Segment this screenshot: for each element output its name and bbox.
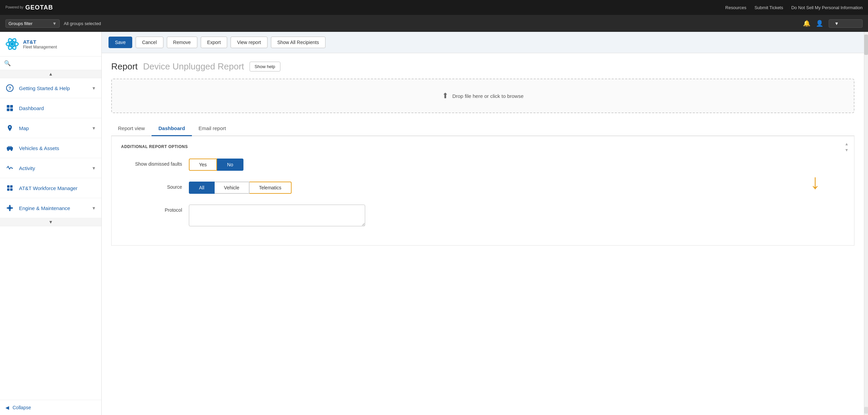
groups-filter-label: Groups filter <box>8 21 33 26</box>
remove-button[interactable]: Remove <box>167 37 197 48</box>
svg-rect-18 <box>10 188 13 191</box>
svg-point-13 <box>7 149 9 151</box>
no-button[interactable]: No <box>217 159 243 171</box>
drop-zone-text: Drop file here or click to browse <box>452 93 524 99</box>
sidebar-search-row[interactable]: 🔍 <box>0 57 101 70</box>
user-icon[interactable]: 👤 <box>816 20 823 27</box>
sidebar-collapse-button[interactable]: ◀ Collapse <box>0 400 101 415</box>
svg-rect-17 <box>7 188 9 191</box>
svg-rect-8 <box>10 105 13 108</box>
cancel-button[interactable]: Cancel <box>136 37 163 48</box>
yes-button[interactable]: Yes <box>189 159 217 171</box>
svg-rect-21 <box>12 207 13 209</box>
scrollbar-bottom <box>864 407 868 414</box>
sidebar-item-engine[interactable]: Engine & Maintenance ▼ <box>0 198 101 218</box>
vehicle-button[interactable]: Vehicle <box>215 182 250 194</box>
groups-filter-dropdown[interactable]: Groups filter ▼ <box>5 19 60 28</box>
groups-bar-right: 🔔 👤 ▼ <box>803 19 863 28</box>
sidebar-header: AT&T Fleet Management <box>0 32 101 57</box>
sidebar-item-map[interactable]: Map ▼ <box>0 118 101 138</box>
sidebar-item-workforce[interactable]: AT&T Workforce Manager <box>0 178 101 198</box>
source-row: Source All Vehicle Telematics <box>121 182 845 194</box>
show-dismissed-faults-row: Show dismissed faults Yes No <box>121 159 845 171</box>
sidebar-brand-name: AT&T <box>23 39 57 45</box>
user-dropdown[interactable]: ▼ <box>829 19 863 28</box>
sidebar-item-engine-label: Engine & Maintenance <box>19 205 70 211</box>
workforce-icon <box>5 184 14 192</box>
show-all-recipients-button[interactable]: Show All Recipients <box>271 37 326 48</box>
notifications-icon[interactable]: 🔔 <box>803 20 810 27</box>
search-icon: 🔍 <box>4 60 11 66</box>
svg-rect-22 <box>9 205 11 206</box>
sidebar-brand-sub: Fleet Management <box>23 45 57 49</box>
scrollbar-thumb[interactable] <box>864 35 868 55</box>
protocol-textarea[interactable] <box>189 205 365 226</box>
scroll-down-indicator-icon[interactable]: ▼ <box>845 148 849 152</box>
tab-dashboard[interactable]: Dashboard <box>152 121 192 136</box>
top-nav-links: Resources Submit Tickets Do Not Sell My … <box>725 5 863 10</box>
svg-rect-20 <box>7 207 8 209</box>
do-not-sell-link[interactable]: Do Not Sell My Personal Information <box>791 5 863 10</box>
sidebar-item-map-label: Map <box>19 125 29 131</box>
dashboard-icon <box>5 104 14 112</box>
collapse-label: Collapse <box>13 405 31 410</box>
dismissed-faults-toggle: Yes No <box>189 159 243 171</box>
sidebar-scroll-down-button[interactable]: ▼ <box>0 218 101 226</box>
tab-email-report[interactable]: Email report <box>192 121 233 136</box>
sidebar-item-getting-started[interactable]: ? Getting Started & Help ▼ <box>0 78 101 98</box>
groups-bar: Groups filter ▼ All groups selected 🔔 👤 … <box>0 15 868 32</box>
options-title: ADDITIONAL REPORT OPTIONS <box>121 144 845 149</box>
source-toggle: All Vehicle Telematics <box>189 182 292 194</box>
content-area: Save Cancel Remove Export View report Sh… <box>102 32 864 415</box>
tab-report-view[interactable]: Report view <box>111 121 152 136</box>
telematics-button[interactable]: Telematics <box>250 182 292 194</box>
powered-by-text: Powered by <box>5 5 23 9</box>
svg-rect-15 <box>7 185 9 188</box>
submit-tickets-link[interactable]: Submit Tickets <box>754 5 783 10</box>
sidebar-item-activity[interactable]: Activity ▼ <box>0 158 101 178</box>
engine-icon <box>5 204 14 212</box>
sidebar-item-dashboard[interactable]: Dashboard <box>0 98 101 118</box>
svg-rect-12 <box>8 146 12 148</box>
sidebar-item-vehicles-label: Vehicles & Assets <box>19 145 59 151</box>
sidebar-item-map-chevron-icon: ▼ <box>92 126 96 131</box>
resources-link[interactable]: Resources <box>725 5 746 10</box>
show-dismissed-faults-label: Show dismissed faults <box>121 159 182 167</box>
sidebar-item-engine-chevron-icon: ▼ <box>92 206 96 211</box>
upload-icon: ⬆ <box>442 91 448 100</box>
collapse-icon: ◀ <box>5 405 9 410</box>
sidebar-scroll-up-button[interactable]: ▲ <box>0 70 101 78</box>
save-button[interactable]: Save <box>108 37 132 48</box>
activity-icon <box>5 164 14 172</box>
svg-point-19 <box>8 206 12 210</box>
report-title-row: Report Device Unplugged Report Show help <box>111 61 854 72</box>
export-button[interactable]: Export <box>201 37 227 48</box>
protocol-label: Protocol <box>121 205 182 213</box>
help-icon: ? <box>5 84 14 92</box>
map-icon <box>5 124 14 132</box>
svg-point-4 <box>11 42 14 46</box>
sidebar-item-dashboard-label: Dashboard <box>19 105 44 111</box>
sidebar-item-workforce-label: AT&T Workforce Manager <box>19 185 78 191</box>
svg-text:?: ? <box>8 86 11 91</box>
all-button[interactable]: All <box>189 182 215 194</box>
right-scrollbar <box>864 32 868 415</box>
groups-filter-chevron-icon: ▼ <box>52 21 57 26</box>
protocol-row: Protocol <box>121 205 845 226</box>
drop-zone[interactable]: ⬆ Drop file here or click to browse <box>111 79 854 113</box>
vehicles-icon <box>5 144 14 152</box>
main-layout: AT&T Fleet Management 🔍 ▲ ? Getting Star… <box>0 32 868 415</box>
scroll-up-indicator-icon[interactable]: ▲ <box>845 142 849 146</box>
view-report-button[interactable]: View report <box>231 37 268 48</box>
show-help-button[interactable]: Show help <box>250 62 280 71</box>
svg-rect-7 <box>7 105 9 108</box>
svg-rect-9 <box>7 108 9 111</box>
user-dropdown-chevron-icon: ▼ <box>834 21 839 26</box>
tabs-row: Report view Dashboard Email report <box>111 121 854 136</box>
report-name: Device Unplugged Report <box>143 61 244 72</box>
top-nav: Powered by GEOTAB Resources Submit Ticke… <box>0 0 868 15</box>
sidebar-item-vehicles[interactable]: Vehicles & Assets <box>0 138 101 158</box>
svg-rect-23 <box>9 210 11 211</box>
sidebar-brand: AT&T Fleet Management <box>23 39 57 49</box>
svg-rect-10 <box>10 108 13 111</box>
